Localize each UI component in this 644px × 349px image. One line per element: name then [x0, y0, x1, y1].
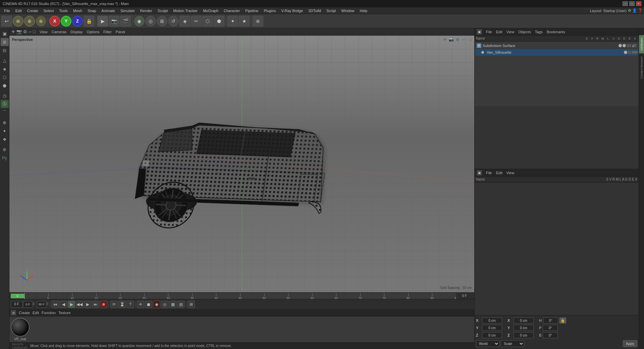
coord-p-val[interactable] — [543, 325, 558, 331]
filter-menu[interactable]: Filter — [103, 30, 111, 34]
coord-x-lock[interactable]: 🔒 — [559, 317, 566, 323]
redo-button[interactable]: ⊕ — [13, 16, 23, 27]
viewport-maximize-icon[interactable]: □ — [33, 29, 36, 34]
view-menu[interactable]: View — [40, 30, 48, 34]
render-all[interactable]: 🎬 — [120, 16, 131, 27]
menu-help[interactable]: Help — [357, 8, 370, 13]
viewport-icon-1[interactable]: ✛ — [442, 37, 447, 42]
x-axis-btn[interactable]: X — [49, 16, 60, 27]
options-menu[interactable]: Options — [87, 30, 99, 34]
menu-window[interactable]: Window — [338, 8, 357, 13]
ob-dot-s[interactable] — [619, 44, 622, 47]
viewport-minimize-icon[interactable]: ─ — [29, 29, 32, 34]
mat-edit[interactable]: Edit — [33, 311, 39, 315]
menu-sculpt[interactable]: Sculpt — [155, 8, 171, 13]
undo-button[interactable]: ↩ — [1, 16, 12, 27]
ob-dot-v[interactable] — [623, 44, 626, 47]
sidebar-icon-deform[interactable]: ⌒ — [1, 108, 9, 116]
ob-edit[interactable]: Edit — [496, 30, 502, 34]
menu-render[interactable]: Render — [138, 8, 155, 13]
menu-3dtoall[interactable]: 3DToAll — [306, 8, 324, 13]
menu-vray[interactable]: V-Ray Bridge — [279, 8, 306, 13]
tab-attributes[interactable]: Attributes — [639, 35, 644, 53]
menu-script[interactable]: Script — [324, 8, 338, 13]
menu-character[interactable]: Character — [221, 8, 243, 13]
menu-snap[interactable]: Snap — [85, 8, 99, 13]
sidebar-icon-mesh[interactable]: ⊞ — [1, 38, 9, 46]
display-menu[interactable]: Display — [70, 30, 83, 34]
scale-tool[interactable]: ⊞ — [157, 16, 167, 27]
mat-function[interactable]: Function — [42, 311, 56, 315]
poly-pen[interactable]: ◈ — [179, 16, 190, 27]
sidebar-icon-diamond[interactable]: ◈ — [1, 65, 9, 73]
menu-animate[interactable]: Animate — [99, 8, 118, 13]
material-ball-vr-mat[interactable] — [11, 318, 30, 337]
render-region[interactable]: 📷 — [109, 16, 119, 27]
extra-btn[interactable]: ⊛ — [253, 16, 263, 27]
ob-van-dot-1[interactable] — [624, 51, 627, 54]
menu-file[interactable]: File — [1, 8, 13, 13]
ob-view[interactable]: View — [506, 30, 515, 34]
sidebar-icon-python[interactable]: Py — [1, 154, 9, 162]
select-tool[interactable]: ◉ — [134, 16, 145, 27]
coord-z-size[interactable] — [514, 332, 534, 338]
ob-file[interactable]: File — [486, 30, 492, 34]
viewport-3d[interactable]: Perspective — [9, 36, 474, 292]
menu-mesh[interactable]: Mesh — [70, 8, 85, 13]
ob-tags[interactable]: Tags — [535, 30, 543, 34]
go-to-start-btn[interactable]: ⏮ — [52, 301, 59, 308]
maximize-button[interactable]: □ — [629, 1, 635, 6]
viewport-maximize[interactable]: □ — [468, 37, 473, 42]
next-frame-btn[interactable]: ▶ — [84, 301, 91, 308]
loop-btn[interactable]: ⟳ — [110, 301, 118, 308]
coord-h-val[interactable] — [543, 317, 558, 323]
viewport-camera-icon[interactable]: 📷 — [16, 29, 22, 34]
ob-item-subdivision[interactable]: ⊞ Subdivision Surface ✓ — [475, 42, 638, 49]
mat-texture[interactable]: Texture — [58, 311, 70, 315]
apply-button[interactable]: Apply — [623, 340, 637, 347]
viewport-icon-3[interactable]: ⚙ — [455, 37, 460, 42]
sidebar-icon-hex[interactable]: ⬡ — [1, 73, 9, 81]
minimize-button[interactable]: ─ — [623, 1, 628, 6]
add-tool-button[interactable]: ⊕ — [24, 16, 35, 27]
extrude-tool[interactable]: ⬡ — [202, 16, 213, 27]
menu-pipeline[interactable]: Pipeline — [243, 8, 261, 13]
viewport-move-icon[interactable]: ✛ — [11, 29, 15, 34]
sidebar-icon-clock[interactable]: ◷ — [1, 92, 9, 100]
add2-button[interactable]: ⊕ — [36, 16, 46, 27]
sidebar-icon-poly[interactable]: ⊟ — [1, 46, 9, 54]
tab-content-browser[interactable]: Content Browser — [639, 53, 644, 82]
timer-btn[interactable]: ⌛ — [118, 301, 126, 308]
prev-frame-btn[interactable]: ◀ — [60, 301, 67, 308]
z-axis-btn[interactable]: Z — [72, 16, 83, 27]
play-rev-btn[interactable]: ◀◀ — [76, 301, 83, 308]
coord-y-pos[interactable] — [482, 325, 502, 331]
menu-select[interactable]: Select — [41, 8, 57, 13]
sidebar-icon-select[interactable]: ▣ — [1, 30, 9, 38]
render-to-picture-viewer[interactable]: ▶ — [97, 16, 108, 27]
timeline-view-btn[interactable]: ▤ — [177, 301, 184, 308]
key-add-btn[interactable]: ✛ — [137, 301, 144, 308]
attr-view[interactable]: View — [506, 171, 515, 175]
schematic-btn[interactable]: ⊞ — [187, 301, 195, 308]
sidebar-icon-add[interactable]: ⊕ — [1, 118, 9, 127]
coord-scale-select[interactable]: Scale Size — [501, 340, 524, 347]
viewport-mode-icon[interactable]: ⚙ — [23, 29, 27, 34]
sidebar-icon-star[interactable]: ✦ — [1, 127, 9, 135]
motion-path-btn[interactable]: ◎ — [161, 301, 168, 308]
sidebar-icon-tri[interactable]: △ — [1, 56, 9, 64]
menu-motion-tracker[interactable]: Motion Tracker — [170, 8, 200, 13]
go-to-end-btn[interactable]: ⏭ — [92, 301, 99, 308]
record-btn[interactable]: ⏺ — [100, 301, 107, 308]
y-axis-btn[interactable]: Y — [61, 16, 71, 27]
sidebar-icon-spline[interactable]: Ⓢ — [1, 100, 9, 108]
sidebar-icon-shape[interactable]: ⬟ — [1, 82, 9, 90]
timeline-start-marker[interactable]: 0 — [11, 294, 24, 298]
coord-space-select[interactable]: World Object — [476, 340, 499, 347]
fcurve-btn[interactable]: ▦ — [169, 301, 176, 308]
play-btn[interactable]: ▶ — [68, 301, 75, 308]
current-frame-input[interactable] — [11, 301, 22, 308]
move-tool[interactable]: ◎ — [145, 16, 156, 27]
timeline-ruler[interactable]: 051015202530354045505560657075808590 — [24, 293, 456, 299]
help-btn[interactable]: ? — [126, 301, 134, 308]
